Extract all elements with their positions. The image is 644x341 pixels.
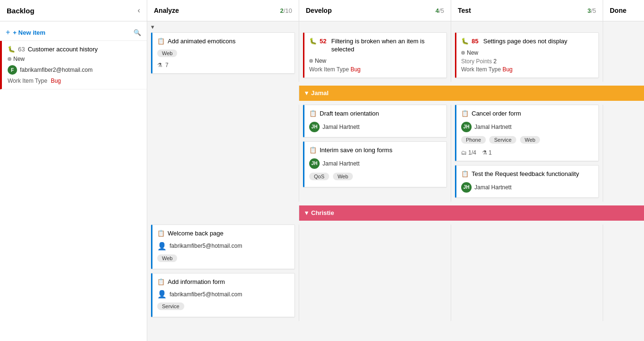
card-status: New [315,58,326,64]
item-id: 63 [18,46,25,53]
card-tags: Service [157,302,290,312]
jamal-section-band: ▾ Jamal [299,86,644,101]
develop-christie [299,224,451,322]
card-title-text: Filtering is broken when an item is sele… [331,38,442,54]
card-stats: 🗂 1/4 ⚗ 1 [461,149,594,156]
christie-section-band: ▾ Christie [299,205,644,221]
card-wit: Work Item Type Bug [461,66,594,73]
card-user-row: JH Jamal Hartnett [309,122,442,132]
jamal-label: Jamal [311,89,329,97]
card-icon: 📋 [157,230,165,238]
card-title: 📋 Add animated emoticons [157,38,290,46]
christie-section-header-row: ▾ Christie [147,205,644,221]
christie-label: Christie [311,209,334,216]
develop-jamal: 📋 Draft team orientation JH Jamal Hartne… [299,105,451,202]
card-icon: 📋 [309,146,317,155]
card-title-text: Settings page does not display [483,38,567,46]
jamal-section-header-row: ▾ Jamal [147,86,644,101]
analyze-title: Analyze [154,7,179,14]
sidebar-column: + + New item 🔍 🐛 63 Customer account his… [0,21,147,341]
board-header: Backlog ‹ Analyze 2/10 Develop 4/5 Test … [0,0,644,21]
test-unassigned: 🐛 85 Settings page does not display New … [451,32,603,82]
test-jamal: 📋 Cancel order form JH Jamal Hartnett Ph… [451,105,603,202]
card-title: 🐛 52 Filtering is broken when an item is… [309,38,442,54]
christie-chevron: ▾ [305,209,308,216]
done-title: Done [610,7,626,14]
card-interim-save[interactable]: 📋 Interim save on long forms JH Jamal Ha… [303,141,447,187]
test-count: 3/5 [587,7,596,14]
analyze-count: 2/10 [280,7,292,14]
board-body: + + New item 🔍 🐛 63 Customer account his… [0,21,644,341]
tag-service: Service [157,302,184,310]
backlog-item-title: 🐛 63 Customer account history [8,46,141,53]
bug-icon: 🐛 [8,46,15,53]
avatar: JH [461,182,472,193]
card-title-text: Welcome back page [168,230,224,238]
new-item-button[interactable]: + + New item 🔍 [0,24,147,41]
test-title: Test [458,7,471,14]
card-status: New [467,49,478,56]
card-title-text: Test the Request feedback functionality [472,170,579,178]
card-tags: Web [157,254,290,264]
card-status-row: New [309,58,442,64]
tag-web: Web [157,254,177,262]
card-settings-page[interactable]: 🐛 85 Settings page does not display New … [455,32,599,78]
card-fraction: 🗂 1/4 [461,149,476,156]
card-cancel-order[interactable]: 📋 Cancel order form JH Jamal Hartnett Ph… [455,105,599,161]
analyze-header: Analyze 2/10 [147,0,299,21]
card-icon: 📋 [309,110,317,118]
card-title: 📋 Welcome back page [157,230,290,238]
card-bug-icon: 🐛 [461,38,469,46]
test-header: Test 3/5 [451,0,603,21]
user-name: Jamal Hartnett [474,124,511,130]
card-title-text: Cancel order form [472,110,521,118]
collapse-row: ▾ [147,21,644,32]
status-dot [461,51,465,55]
card-icon: 📋 [157,38,165,46]
user-email: fabrikamfiber5@hotmail.com [170,291,242,298]
avatar: JH [309,158,320,169]
card-add-info-form[interactable]: 📋 Add information form 👤 fabrikamfiber5@… [151,273,295,318]
backlog-chevron[interactable]: ‹ [138,6,140,15]
card-tags: Web [157,49,290,59]
tag-service: Service [489,136,516,144]
card-flask: ⚗ 1 [482,149,492,156]
item-email-row: F fabrikamfiber2@hotmail.com [8,65,141,75]
test-christie [451,224,603,322]
card-add-emoticons[interactable]: 📋 Add animated emoticons Web ⚗ 7 [151,32,295,74]
done-header: Done [603,0,644,21]
done-christie [603,224,644,322]
card-user-row: 👤 fabrikamfiber5@hotmail.com [157,290,290,299]
tag-web: Web [520,136,540,144]
flask-icon: ⚗ [482,149,487,156]
search-icon[interactable]: 🔍 [133,29,141,36]
card-filtering-broken[interactable]: 🐛 52 Filtering is broken when an item is… [303,32,447,78]
tag-web: Web [333,173,353,180]
item-title: Customer account history [28,46,97,53]
flask-count: 7 [165,62,169,68]
card-title: 📋 Interim save on long forms [309,146,442,155]
card-draft-team[interactable]: 📋 Draft team orientation JH Jamal Hartne… [303,105,447,137]
card-story-points: Story Points 2 [461,58,594,65]
user-icon: 👤 [157,290,167,299]
done-unassigned [603,32,644,82]
card-title-text: Interim save on long forms [320,146,392,155]
card-user-row: JH Jamal Hartnett [461,122,594,132]
card-id: 85 [472,38,478,46]
card-icon: 📋 [157,278,165,286]
status-dot [8,57,11,61]
work-item-type: Work Item Type Bug [8,78,141,84]
develop-count: 4/5 [436,7,444,14]
card-user-row: JH Jamal Hartnett [309,158,442,169]
backlog-card[interactable]: 🐛 63 Customer account history New F fabr… [0,41,147,89]
card-tags: QoS Web [309,173,442,182]
card-welcome-back[interactable]: 📋 Welcome back page 👤 fabrikamfiber5@hot… [151,224,295,269]
user-name: Jamal Hartnett [474,184,511,191]
user-icon: 👤 [157,242,167,251]
card-title: 📋 Test the Request feedback functionalit… [461,170,594,178]
collapse-button[interactable]: ▾ [151,23,154,30]
card-title: 📋 Add information form [157,278,290,286]
avatar: F [8,65,17,75]
card-test-request-feedback[interactable]: 📋 Test the Request feedback functionalit… [455,165,599,198]
avatar: JH [461,122,472,132]
